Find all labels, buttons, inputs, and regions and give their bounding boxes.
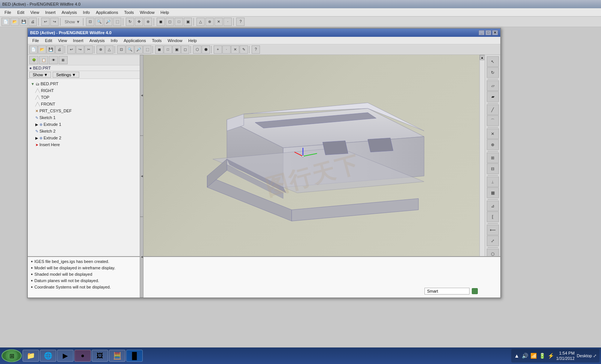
tb-spin[interactable]: ↻ xyxy=(126,18,134,26)
mdi-menu-edit[interactable]: Edit xyxy=(42,38,55,43)
tb-new[interactable]: 📄 xyxy=(2,18,10,26)
tb2-print[interactable]: 🖨 xyxy=(55,45,63,54)
os-menu-applications[interactable]: Applications xyxy=(93,9,121,15)
tb2-open[interactable]: 📂 xyxy=(38,45,46,54)
tb-pan[interactable]: ✥ xyxy=(135,18,143,26)
tb2-shading[interactable]: ◼ xyxy=(155,45,163,54)
rs-add[interactable]: ⊕ xyxy=(487,139,499,150)
tb-coord-sys[interactable]: ✕ xyxy=(214,18,223,26)
tb2-redo[interactable]: ↪ xyxy=(76,45,84,54)
tb2-no-hidden[interactable]: ◻ xyxy=(181,45,189,54)
rs-perp[interactable]: ⟂ xyxy=(487,177,499,187)
mdi-restore-btn[interactable]: □ xyxy=(485,30,491,35)
mdi-close-btn[interactable]: ✕ xyxy=(492,30,498,35)
rs-table[interactable]: ▦ xyxy=(487,187,499,198)
tree-root[interactable]: ▼ 🗂 BED.PRT xyxy=(28,80,140,87)
rs-plane[interactable]: ▱ xyxy=(487,80,499,91)
taskbar-app-calc[interactable]: 🧮 xyxy=(109,350,125,362)
tray-desktop[interactable]: Desktop ⤢ xyxy=(577,353,596,358)
tb-zoom-out[interactable]: 🔎 xyxy=(104,18,112,26)
start-button[interactable]: ⊞ xyxy=(2,349,22,362)
tb2-wireframe[interactable]: □ xyxy=(164,45,172,54)
tb2-ortho[interactable]: ⬢ xyxy=(202,45,210,54)
tree-item-extrude1[interactable]: ▶ ⊕ Extrude 1 xyxy=(28,121,140,128)
os-menu-info[interactable]: Info xyxy=(80,9,93,15)
tb2-zoom-out[interactable]: 🔎 xyxy=(134,45,143,54)
rs-arrow[interactable]: ⟵ xyxy=(487,225,499,235)
tb2-perspective[interactable]: ⬡ xyxy=(193,45,201,54)
mdi-menu-info[interactable]: Info xyxy=(108,38,121,43)
tb2-points[interactable]: · xyxy=(222,45,231,54)
tb-print[interactable]: 🖨 xyxy=(29,18,37,26)
os-menu-tools[interactable]: Tools xyxy=(121,9,137,15)
tb2-zoom-area[interactable]: ⬚ xyxy=(143,45,151,54)
tb-point[interactable]: · xyxy=(223,18,232,26)
tray-arrow[interactable]: ▲ xyxy=(514,353,519,359)
tb-zoom-area[interactable]: ⬚ xyxy=(113,18,121,26)
os-menu-analysis[interactable]: Analysis xyxy=(59,9,80,15)
panel-tab-tree[interactable]: 🌳 xyxy=(29,56,38,64)
os-menu-file[interactable]: File xyxy=(2,9,14,15)
tb-open[interactable]: 📂 xyxy=(11,18,19,26)
panel-tab-display[interactable]: 👁 xyxy=(49,56,58,64)
tray-battery[interactable]: 🔋 xyxy=(539,353,545,359)
settings-dropdown-btn[interactable]: Settings ▼ xyxy=(53,72,79,78)
rs-line[interactable]: ╱ xyxy=(487,104,499,115)
os-menu-help[interactable]: Help xyxy=(157,9,172,15)
tray-speaker[interactable]: 🔊 xyxy=(522,353,528,359)
tray-network[interactable]: 📶 xyxy=(530,353,537,359)
tb2-notes[interactable]: ✎ xyxy=(240,45,248,54)
tb2-refit[interactable]: ⊡ xyxy=(117,45,125,54)
tb-save[interactable]: 💾 xyxy=(20,18,28,26)
mdi-menu-applications[interactable]: Applications xyxy=(121,38,149,43)
tree-item-sketch2[interactable]: ✎ Sketch 2 xyxy=(28,128,140,134)
taskbar-app-files[interactable]: 📁 xyxy=(23,350,39,362)
tb2-datum-axes[interactable]: + xyxy=(214,45,222,54)
mdi-minimize-btn[interactable]: _ xyxy=(479,30,485,35)
tree-item-insert-here[interactable]: ➤ Insert Here xyxy=(28,141,140,148)
rs-cross[interactable]: ✕ xyxy=(487,128,499,139)
tree-item-csys[interactable]: ✕ PRT_CSYS_DEF xyxy=(28,107,140,114)
tb-wireframe[interactable]: □ xyxy=(175,18,183,26)
tb-shading-edge[interactable]: ◻ xyxy=(166,18,174,26)
mdi-menu-view[interactable]: View xyxy=(55,38,70,43)
rs-bracket[interactable]: ⟦ xyxy=(487,211,499,222)
rs-expand[interactable]: ⤢ xyxy=(487,236,499,246)
mdi-menu-window[interactable]: Window xyxy=(165,38,185,43)
rs-grid[interactable]: ⊞ xyxy=(487,153,499,163)
os-menu-edit[interactable]: Edit xyxy=(14,9,27,15)
tree-item-sketch1[interactable]: ✎ Sketch 1 xyxy=(28,114,140,121)
taskbar-app-browser[interactable]: ● xyxy=(74,350,91,362)
tree-item-right[interactable]: ╱╲ RIGHT xyxy=(28,87,140,94)
tb2-zoom-in[interactable]: 🔍 xyxy=(126,45,134,54)
mdi-menu-insert[interactable]: Insert xyxy=(70,38,86,43)
rs-plane2[interactable]: ▰ xyxy=(487,91,499,102)
rs-rotate[interactable]: ↻ xyxy=(487,67,499,78)
collapse-btn-mid[interactable]: ◀ xyxy=(140,136,143,216)
os-menu-window[interactable]: Window xyxy=(137,9,157,15)
mdi-menu-analysis[interactable]: Analysis xyxy=(86,38,108,43)
filter-select[interactable]: Smart Geometry Feature Datum Quilt xyxy=(424,288,470,295)
scroll-up-btn[interactable]: ▲ xyxy=(480,55,485,60)
tb-refit[interactable]: ⊡ xyxy=(86,18,94,26)
tb-redo[interactable]: ↪ xyxy=(50,18,59,26)
tray-power[interactable]: ⚡ xyxy=(548,353,554,359)
taskbar-app-media[interactable]: ▶ xyxy=(57,350,74,362)
tb-shading[interactable]: ◼ xyxy=(157,18,165,26)
tb-zoom-in[interactable]: 🔍 xyxy=(95,18,103,26)
tb2-undo[interactable]: ↩ xyxy=(67,45,76,54)
tb2-csys[interactable]: ⊕ xyxy=(97,45,105,54)
os-menu-insert[interactable]: Insert xyxy=(42,9,59,15)
tree-item-top[interactable]: ╱╲ TOP xyxy=(28,94,140,101)
mdi-menu-file[interactable]: File xyxy=(29,38,42,43)
tb2-hidden[interactable]: ▣ xyxy=(172,45,181,54)
tb-hidden[interactable]: ▣ xyxy=(184,18,192,26)
taskbar-app-photos[interactable]: 🖼 xyxy=(92,350,108,362)
tb2-cut[interactable]: ✂ xyxy=(85,45,93,54)
rs-angle[interactable]: ⊿ xyxy=(487,201,499,211)
rs-remove[interactable]: ⊟ xyxy=(487,163,499,174)
tb2-help[interactable]: ? xyxy=(252,45,260,54)
tb-help[interactable]: ? xyxy=(236,18,245,26)
panel-tab-layer[interactable]: 📋 xyxy=(39,56,48,64)
tb2-coord[interactable]: ✕ xyxy=(231,45,239,54)
